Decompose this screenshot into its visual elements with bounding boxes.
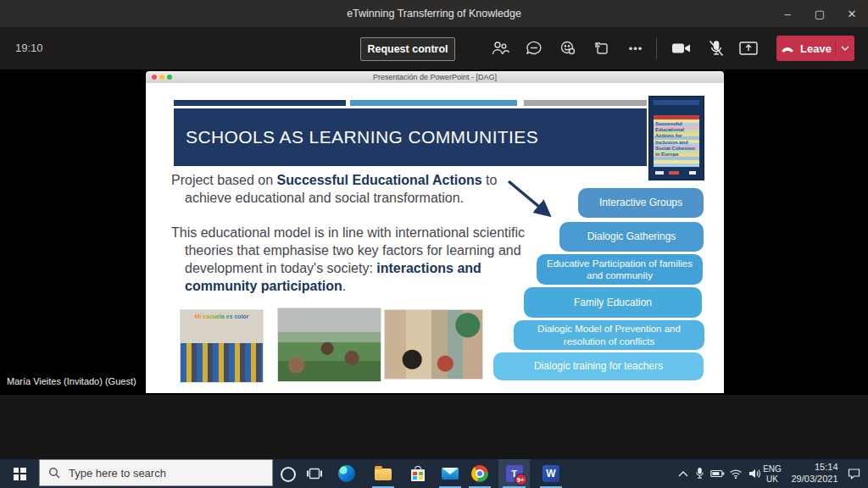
slide-accent-bar-blue: [350, 100, 517, 106]
tray-expand-button[interactable]: [676, 470, 691, 477]
hangup-icon: [780, 44, 795, 53]
wifi-icon: [729, 469, 743, 479]
cortana-icon[interactable]: [281, 467, 296, 482]
action-family-education: Family Education: [524, 287, 702, 318]
tray-battery[interactable]: [709, 469, 726, 479]
notification-icon: [848, 469, 860, 480]
action-dialogic-model-prevention: Dialogic Model of Prevention and resolut…: [514, 320, 704, 350]
chat-button[interactable]: [524, 38, 544, 58]
slide-title: SCHOOLS AS LEARNING COMMUNITIES: [174, 127, 538, 147]
action-center-button[interactable]: [844, 469, 863, 480]
search-input[interactable]: [67, 466, 257, 480]
tray-network[interactable]: [727, 469, 744, 479]
ppt-titlebar: Presentación de PowerPoint - [DAG]: [146, 71, 724, 83]
mic-icon: [694, 468, 705, 480]
powerpoint-window: Presentación de PowerPoint - [DAG] SCHOO…: [146, 71, 724, 393]
battery-icon: [710, 469, 725, 479]
edge-taskbar-button[interactable]: [330, 459, 364, 488]
word-taskbar-button[interactable]: W: [534, 459, 568, 488]
leave-options-button[interactable]: [836, 46, 854, 51]
mic-muted-icon: [707, 40, 726, 57]
slide-photo-playground: [277, 308, 381, 382]
toolbar-divider: [656, 37, 657, 59]
action-dialogic-gatherings: Dialogic Gatherings: [559, 222, 704, 252]
more-options-button[interactable]: •••: [626, 38, 646, 58]
arrow-icon: [502, 176, 565, 225]
participant-filmstrip: +7 JC Leanne Lewis MARIA PILAR FERNAN...: [0, 395, 868, 459]
reactions-button[interactable]: [558, 38, 578, 58]
tray-date: 29/03/2021: [791, 474, 837, 484]
leave-button[interactable]: Leave: [776, 36, 854, 61]
leave-label: Leave: [800, 42, 832, 55]
language-label: ENG: [763, 464, 782, 474]
mac-close-icon[interactable]: [152, 75, 157, 80]
task-view-button[interactable]: [299, 459, 330, 488]
app-titlebar: eTwinning Transferring of Knowledge – ▢ …: [0, 0, 868, 27]
meeting-timer: 19:10: [15, 27, 43, 69]
chrome-taskbar-button[interactable]: [463, 459, 497, 488]
action-dialogic-training: Dialogic training for teachers: [493, 352, 704, 380]
share-button[interactable]: [738, 38, 759, 58]
task-view-icon: [307, 467, 322, 480]
mic-button[interactable]: [706, 38, 726, 58]
slide-photo-school-group: Mi escuela es color: [180, 309, 264, 383]
breakout-rooms-icon: [593, 40, 611, 57]
camera-on-icon: [671, 41, 692, 56]
book-series-band: [654, 100, 699, 105]
slide-photo-family-meeting: [384, 309, 483, 380]
chevron-down-icon: [841, 46, 849, 51]
slide-paragraph-2: This educational model is in line with i…: [171, 224, 526, 295]
start-button[interactable]: [0, 459, 39, 488]
store-icon: [411, 469, 425, 481]
window-title: eTwinning Transferring of Knowledge: [0, 0, 868, 27]
book-publisher-row: [654, 170, 699, 176]
meeting-toolbar: 19:10 Request control •••: [0, 27, 868, 69]
minimize-button[interactable]: –: [771, 0, 804, 27]
word-icon: W: [542, 465, 559, 482]
mail-taskbar-button[interactable]: [433, 459, 467, 488]
photo-caption: Mi escuela es color: [181, 313, 263, 319]
ppt-window-title: Presentación de PowerPoint - [DAG]: [146, 71, 724, 83]
action-educative-participation: Educative Participation of families and …: [537, 254, 703, 285]
chat-icon: [525, 40, 543, 57]
participants-button[interactable]: [490, 38, 510, 58]
mail-icon: [442, 468, 459, 480]
taskbar-search[interactable]: [39, 459, 273, 486]
presenter-name-label: María Vieites (Invitado) (Guest): [7, 376, 136, 386]
mac-zoom-icon[interactable]: [167, 75, 172, 80]
chrome-icon: [471, 465, 488, 482]
reactions-icon: [559, 40, 577, 57]
book-title: Successful Educational Actions for Inclu…: [654, 119, 699, 158]
mac-minimize-icon[interactable]: [159, 75, 164, 80]
slide-paragraph-1: Project based on Successful Educational …: [171, 171, 514, 207]
store-taskbar-button[interactable]: [401, 459, 435, 488]
photo-crowd: [181, 343, 263, 382]
share-screen-icon: [738, 40, 759, 57]
shared-content-stage: Presentación de PowerPoint - [DAG] SCHOO…: [0, 69, 868, 395]
teams-taskbar-button[interactable]: T 9+: [498, 459, 530, 488]
breakout-rooms-button[interactable]: [592, 38, 612, 58]
close-button[interactable]: ✕: [836, 0, 868, 27]
file-explorer-taskbar-button[interactable]: [366, 459, 400, 488]
tray-mic[interactable]: [692, 468, 707, 480]
teams-notification-badge: 9+: [515, 474, 527, 485]
request-control-button[interactable]: Request control: [360, 37, 455, 61]
chevron-up-icon: [678, 470, 688, 477]
slide-accent-bar-navy: [174, 100, 346, 106]
windows-logo-icon: [14, 468, 26, 480]
camera-button[interactable]: [671, 38, 692, 58]
people-icon: [491, 40, 509, 57]
slide-title-banner: SCHOOLS AS LEARNING COMMUNITIES: [174, 108, 647, 166]
slide-accent-bar-gray: [524, 100, 647, 106]
tray-clock[interactable]: 15:14 29/03/2021: [788, 462, 841, 485]
book-stripes: Successful Educational Actions for Inclu…: [654, 119, 699, 167]
edge-icon: [338, 465, 355, 482]
search-icon: [48, 467, 60, 479]
slide: SCHOOLS AS LEARNING COMMUNITIES Successf…: [146, 83, 724, 393]
maximize-button[interactable]: ▢: [804, 0, 836, 27]
action-interactive-groups: Interactive Groups: [578, 188, 704, 218]
more-icon: •••: [629, 42, 643, 55]
tray-language[interactable]: ENG UK: [760, 464, 785, 484]
region-label: UK: [766, 474, 778, 483]
book-cover: Successful Educational Actions for Inclu…: [649, 97, 704, 180]
